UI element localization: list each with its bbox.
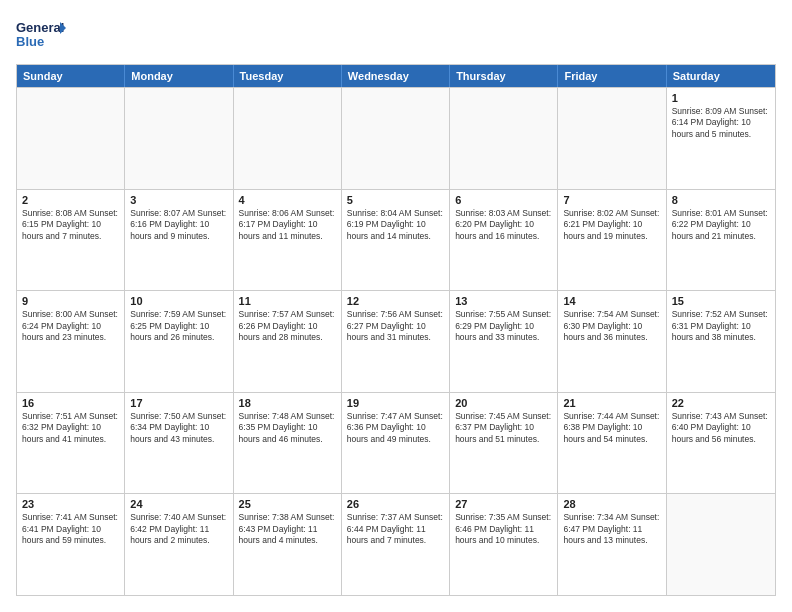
day-info: Sunrise: 7:50 AM Sunset: 6:34 PM Dayligh… [130, 411, 227, 445]
day-number: 19 [347, 397, 444, 409]
logo-svg: General Blue [16, 16, 66, 56]
day-cell-5: 5Sunrise: 8:04 AM Sunset: 6:19 PM Daylig… [342, 190, 450, 291]
day-info: Sunrise: 7:57 AM Sunset: 6:26 PM Dayligh… [239, 309, 336, 343]
day-info: Sunrise: 8:02 AM Sunset: 6:21 PM Dayligh… [563, 208, 660, 242]
day-info: Sunrise: 8:01 AM Sunset: 6:22 PM Dayligh… [672, 208, 770, 242]
day-info: Sunrise: 8:00 AM Sunset: 6:24 PM Dayligh… [22, 309, 119, 343]
day-number: 1 [672, 92, 770, 104]
day-cell-26: 26Sunrise: 7:37 AM Sunset: 6:44 PM Dayli… [342, 494, 450, 595]
day-of-week-sunday: Sunday [17, 65, 125, 87]
day-number: 9 [22, 295, 119, 307]
svg-text:Blue: Blue [16, 34, 44, 49]
calendar-body: 1Sunrise: 8:09 AM Sunset: 6:14 PM Daylig… [17, 87, 775, 595]
day-number: 20 [455, 397, 552, 409]
day-info: Sunrise: 7:38 AM Sunset: 6:43 PM Dayligh… [239, 512, 336, 546]
day-info: Sunrise: 7:47 AM Sunset: 6:36 PM Dayligh… [347, 411, 444, 445]
day-info: Sunrise: 8:03 AM Sunset: 6:20 PM Dayligh… [455, 208, 552, 242]
day-cell-28: 28Sunrise: 7:34 AM Sunset: 6:47 PM Dayli… [558, 494, 666, 595]
day-number: 3 [130, 194, 227, 206]
calendar: SundayMondayTuesdayWednesdayThursdayFrid… [16, 64, 776, 596]
day-number: 11 [239, 295, 336, 307]
day-cell-1: 1Sunrise: 8:09 AM Sunset: 6:14 PM Daylig… [667, 88, 775, 189]
day-of-week-wednesday: Wednesday [342, 65, 450, 87]
day-number: 22 [672, 397, 770, 409]
day-number: 2 [22, 194, 119, 206]
day-cell-25: 25Sunrise: 7:38 AM Sunset: 6:43 PM Dayli… [234, 494, 342, 595]
day-info: Sunrise: 7:54 AM Sunset: 6:30 PM Dayligh… [563, 309, 660, 343]
day-cell-21: 21Sunrise: 7:44 AM Sunset: 6:38 PM Dayli… [558, 393, 666, 494]
calendar-week-2: 2Sunrise: 8:08 AM Sunset: 6:15 PM Daylig… [17, 189, 775, 291]
day-cell-24: 24Sunrise: 7:40 AM Sunset: 6:42 PM Dayli… [125, 494, 233, 595]
day-number: 4 [239, 194, 336, 206]
calendar-week-4: 16Sunrise: 7:51 AM Sunset: 6:32 PM Dayli… [17, 392, 775, 494]
day-cell-8: 8Sunrise: 8:01 AM Sunset: 6:22 PM Daylig… [667, 190, 775, 291]
day-cell-17: 17Sunrise: 7:50 AM Sunset: 6:34 PM Dayli… [125, 393, 233, 494]
day-cell-3: 3Sunrise: 8:07 AM Sunset: 6:16 PM Daylig… [125, 190, 233, 291]
day-info: Sunrise: 7:48 AM Sunset: 6:35 PM Dayligh… [239, 411, 336, 445]
day-cell-7: 7Sunrise: 8:02 AM Sunset: 6:21 PM Daylig… [558, 190, 666, 291]
day-cell-15: 15Sunrise: 7:52 AM Sunset: 6:31 PM Dayli… [667, 291, 775, 392]
day-cell-23: 23Sunrise: 7:41 AM Sunset: 6:41 PM Dayli… [17, 494, 125, 595]
day-cell-27: 27Sunrise: 7:35 AM Sunset: 6:46 PM Dayli… [450, 494, 558, 595]
day-cell-16: 16Sunrise: 7:51 AM Sunset: 6:32 PM Dayli… [17, 393, 125, 494]
empty-cell [125, 88, 233, 189]
svg-text:General: General [16, 20, 64, 35]
day-info: Sunrise: 7:56 AM Sunset: 6:27 PM Dayligh… [347, 309, 444, 343]
empty-cell [234, 88, 342, 189]
empty-cell [17, 88, 125, 189]
day-number: 23 [22, 498, 119, 510]
day-number: 6 [455, 194, 552, 206]
day-cell-20: 20Sunrise: 7:45 AM Sunset: 6:37 PM Dayli… [450, 393, 558, 494]
day-number: 28 [563, 498, 660, 510]
day-number: 17 [130, 397, 227, 409]
day-of-week-saturday: Saturday [667, 65, 775, 87]
day-number: 26 [347, 498, 444, 510]
day-cell-6: 6Sunrise: 8:03 AM Sunset: 6:20 PM Daylig… [450, 190, 558, 291]
day-info: Sunrise: 7:37 AM Sunset: 6:44 PM Dayligh… [347, 512, 444, 546]
day-cell-18: 18Sunrise: 7:48 AM Sunset: 6:35 PM Dayli… [234, 393, 342, 494]
day-number: 14 [563, 295, 660, 307]
calendar-week-3: 9Sunrise: 8:00 AM Sunset: 6:24 PM Daylig… [17, 290, 775, 392]
day-cell-13: 13Sunrise: 7:55 AM Sunset: 6:29 PM Dayli… [450, 291, 558, 392]
day-number: 7 [563, 194, 660, 206]
page: General Blue SundayMondayTuesdayWednesda… [0, 0, 792, 612]
day-number: 5 [347, 194, 444, 206]
day-number: 8 [672, 194, 770, 206]
calendar-week-1: 1Sunrise: 8:09 AM Sunset: 6:14 PM Daylig… [17, 87, 775, 189]
day-number: 21 [563, 397, 660, 409]
day-cell-4: 4Sunrise: 8:06 AM Sunset: 6:17 PM Daylig… [234, 190, 342, 291]
day-info: Sunrise: 7:59 AM Sunset: 6:25 PM Dayligh… [130, 309, 227, 343]
day-info: Sunrise: 8:06 AM Sunset: 6:17 PM Dayligh… [239, 208, 336, 242]
calendar-week-5: 23Sunrise: 7:41 AM Sunset: 6:41 PM Dayli… [17, 493, 775, 595]
day-number: 16 [22, 397, 119, 409]
day-info: Sunrise: 7:45 AM Sunset: 6:37 PM Dayligh… [455, 411, 552, 445]
logo: General Blue [16, 16, 66, 56]
day-number: 15 [672, 295, 770, 307]
day-info: Sunrise: 8:07 AM Sunset: 6:16 PM Dayligh… [130, 208, 227, 242]
day-info: Sunrise: 7:51 AM Sunset: 6:32 PM Dayligh… [22, 411, 119, 445]
day-number: 10 [130, 295, 227, 307]
day-info: Sunrise: 7:52 AM Sunset: 6:31 PM Dayligh… [672, 309, 770, 343]
day-of-week-tuesday: Tuesday [234, 65, 342, 87]
day-info: Sunrise: 7:34 AM Sunset: 6:47 PM Dayligh… [563, 512, 660, 546]
day-number: 18 [239, 397, 336, 409]
day-cell-10: 10Sunrise: 7:59 AM Sunset: 6:25 PM Dayli… [125, 291, 233, 392]
day-cell-2: 2Sunrise: 8:08 AM Sunset: 6:15 PM Daylig… [17, 190, 125, 291]
day-number: 25 [239, 498, 336, 510]
day-cell-9: 9Sunrise: 8:00 AM Sunset: 6:24 PM Daylig… [17, 291, 125, 392]
header: General Blue [16, 16, 776, 56]
day-info: Sunrise: 8:08 AM Sunset: 6:15 PM Dayligh… [22, 208, 119, 242]
empty-cell [450, 88, 558, 189]
day-info: Sunrise: 8:04 AM Sunset: 6:19 PM Dayligh… [347, 208, 444, 242]
day-of-week-thursday: Thursday [450, 65, 558, 87]
day-cell-19: 19Sunrise: 7:47 AM Sunset: 6:36 PM Dayli… [342, 393, 450, 494]
day-info: Sunrise: 7:41 AM Sunset: 6:41 PM Dayligh… [22, 512, 119, 546]
day-info: Sunrise: 7:43 AM Sunset: 6:40 PM Dayligh… [672, 411, 770, 445]
day-info: Sunrise: 8:09 AM Sunset: 6:14 PM Dayligh… [672, 106, 770, 140]
empty-cell [667, 494, 775, 595]
day-number: 12 [347, 295, 444, 307]
day-info: Sunrise: 7:40 AM Sunset: 6:42 PM Dayligh… [130, 512, 227, 546]
day-info: Sunrise: 7:55 AM Sunset: 6:29 PM Dayligh… [455, 309, 552, 343]
empty-cell [342, 88, 450, 189]
day-of-week-friday: Friday [558, 65, 666, 87]
